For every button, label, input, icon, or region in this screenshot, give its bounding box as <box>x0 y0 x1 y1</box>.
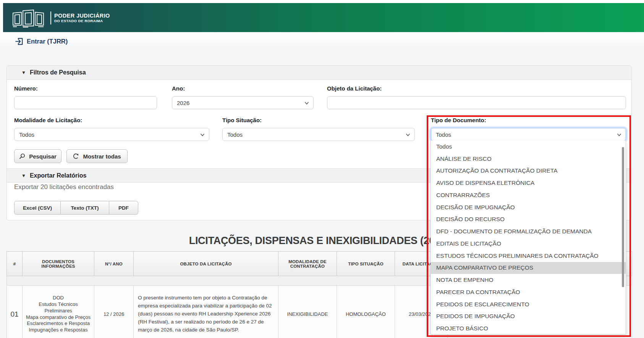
table-cell: DODEstudos Técnicos PreliminaresMapa com… <box>23 286 94 338</box>
dropdown-option[interactable]: PEDIDOS DE ESCLARECIMENTO <box>431 298 626 311</box>
org-subname: DO ESTADO DE RORAIMA <box>54 19 110 23</box>
objeto-text: O presente instrumento tem por objeto a … <box>138 294 274 334</box>
numero-label: Número: <box>14 85 38 92</box>
app-header: PODER JUDICIÁRIO DO ESTADO DE RORAIMA <box>3 3 644 32</box>
table-cell: HOMOLOGAÇÃO <box>337 286 395 338</box>
ano-select[interactable]: 2026 <box>172 96 314 109</box>
dropdown-option[interactable]: AUTORIZAÇÃO DA CONTRATAÇÃO DIRETA <box>431 165 626 177</box>
dropdown-option[interactable]: PROJETO BÁSICO <box>431 322 626 335</box>
login-link[interactable]: Entrar (TJRR) <box>15 37 68 45</box>
dropdown-option[interactable]: PEDIDOS DE IMPUGNAÇÃO <box>431 311 626 323</box>
ano-select-value: 2026 <box>177 100 189 106</box>
collapse-triangle-icon: ▼ <box>21 70 26 75</box>
dropdown-scrollbar[interactable] <box>622 147 624 287</box>
search-button-label: Pesquisar <box>29 153 57 160</box>
situacao-select-value: Todos <box>227 131 243 138</box>
search-icon <box>19 153 25 159</box>
search-button[interactable]: Pesquisar <box>14 149 61 163</box>
documento-options-list: TodosANÁLISE DE RISCOAUTORIZAÇÃO DA CONT… <box>431 141 626 335</box>
column-header: TIPO SITUAÇÃO <box>337 251 395 276</box>
ano-label: Ano: <box>172 85 185 92</box>
export-section-title: Exportar Relatórios <box>30 172 86 179</box>
document-link[interactable]: Impugnações e Respostas <box>29 327 88 333</box>
show-all-button[interactable]: Mostrar todas <box>66 149 128 163</box>
org-name: PODER JUDICIÁRIO <box>54 13 110 19</box>
chevron-down-icon <box>304 100 309 107</box>
document-link[interactable]: Mapa comparativo de Preços <box>26 314 91 321</box>
export-pdf-button[interactable]: PDF <box>109 201 138 215</box>
modalidade-label: Modalidade de Licitação: <box>14 117 82 123</box>
chevron-down-icon <box>405 132 411 139</box>
objeto-label: Objeto da Licitação: <box>327 85 382 92</box>
dropdown-option[interactable]: ESTUDOS TÉCNICOS PRELIMINARES DA CONTRAT… <box>431 250 626 262</box>
export-txt-button[interactable]: Texto (TXT) <box>61 201 109 215</box>
filters-section-title: Filtros de Pesquisa <box>30 69 86 76</box>
dropdown-option[interactable]: DECISÃO DO RECURSO <box>431 213 626 226</box>
dropdown-option[interactable]: DFD - DOCUMENTO DE FORMALIZAÇÃO DE DEMAN… <box>431 225 626 238</box>
modalidade-select-value: Todos <box>19 131 34 138</box>
dropdown-option[interactable]: ANÁLISE DE RISCO <box>431 153 626 165</box>
export-button-group: Excel (CSV)Texto (TXT)PDF <box>14 201 138 215</box>
dropdown-option[interactable]: DECISÃO DE IMPUGNAÇÃO <box>431 201 626 213</box>
show-all-button-label: Mostrar todas <box>83 153 121 160</box>
dropdown-option[interactable]: AVISO DE DISPENSA ELETRÔNICA <box>431 177 626 189</box>
table-cell: 12 / 2026 <box>94 286 134 338</box>
export-summary: Exportar 20 licitações encontradas <box>14 183 114 191</box>
page: PODER JUDICIÁRIO DO ESTADO DE RORAIMA En… <box>0 0 644 338</box>
documento-select-value: Todos <box>436 131 451 138</box>
box-arrow-in-right-icon <box>15 37 23 45</box>
collapse-triangle-icon: ▼ <box>21 173 26 178</box>
login-bar: Entrar (TJRR) <box>0 32 644 53</box>
chevron-down-icon <box>200 132 205 139</box>
column-header: DOCUMENTOS INFORMAÇÕES <box>23 251 94 276</box>
column-header: OBJETO DA LICITAÇÃO <box>134 251 278 276</box>
dropdown-option[interactable]: MAPA COMPARATIVO DE PREÇOS <box>431 262 626 274</box>
situacao-label: Tipo Situação: <box>222 117 262 123</box>
documento-select[interactable]: Todos <box>431 128 626 141</box>
situacao-select[interactable]: Todos <box>222 128 415 141</box>
column-header: N°/ ANO <box>94 251 134 276</box>
table-cell: INEXIGIBILIDADE <box>278 286 337 338</box>
dropdown-option[interactable]: Todos <box>431 141 626 153</box>
objeto-input[interactable] <box>327 96 626 109</box>
table-cell: O presente instrumento tem por objeto a … <box>134 286 278 338</box>
export-csv-button[interactable]: Excel (CSV) <box>14 201 61 215</box>
column-header: MODALIDADE DE CONTRATAÇÃO <box>278 251 337 276</box>
document-link[interactable]: DOD <box>53 295 64 301</box>
document-link[interactable]: Esclarecimentos e Resposta <box>27 320 90 327</box>
court-doors-logo-icon <box>11 8 48 27</box>
refresh-icon <box>73 153 79 159</box>
dropdown-option[interactable]: CONTRARRAZÕES <box>431 189 626 201</box>
documento-label: Tipo de Documento: <box>431 117 486 123</box>
dropdown-option[interactable]: PARECER DA CONTRATAÇÃO <box>431 286 626 298</box>
logo: PODER JUDICIÁRIO DO ESTADO DE RORAIMA <box>11 8 110 27</box>
document-link[interactable]: Estudos Técnicos Preliminares <box>26 301 91 314</box>
chevron-down-icon <box>616 132 622 139</box>
modalidade-select[interactable]: Todos <box>14 128 209 141</box>
dropdown-option[interactable]: NOTA DE EMPENHO <box>431 274 626 286</box>
documento-dropdown-panel: TodosANÁLISE DE RISCOAUTORIZAÇÃO DA CONT… <box>430 141 626 335</box>
logo-divider <box>50 11 51 24</box>
dropdown-option[interactable]: EDITAIS DE LICITAÇÃO <box>431 238 626 250</box>
login-label: Entrar (TJRR) <box>27 38 68 45</box>
filters-section-header[interactable]: ▼ Filtros de Pesquisa <box>7 66 631 80</box>
column-header: # <box>6 251 23 276</box>
table-cell: 01 <box>6 286 23 338</box>
numero-input[interactable] <box>14 96 157 109</box>
